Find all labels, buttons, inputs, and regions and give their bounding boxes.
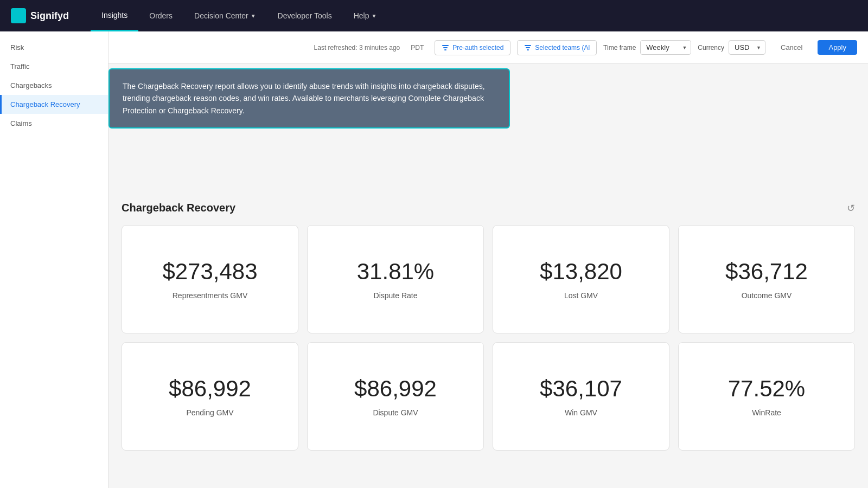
metrics-row-1: $273,483 Representments GMV 31.81% Dispu… (122, 225, 855, 333)
logo[interactable]: Signifyd (11, 8, 69, 23)
nav-insights-label: Insights (101, 11, 127, 20)
metric-value-lost-gmv: $13,820 (540, 259, 622, 285)
chevron-down-icon: ▼ (372, 13, 377, 19)
nav-developer-label: Developer Tools (278, 11, 332, 20)
timezone-badge: PDT (411, 44, 424, 52)
time-frame-select-wrapper: Weekly Daily Monthly Quarterly (640, 40, 691, 55)
metrics-row-2: $86,992 Pending GMV $86,992 Dispute GMV … (122, 342, 855, 451)
apply-button[interactable]: Apply (818, 40, 857, 55)
section-title: Chargeback Recovery (122, 202, 235, 214)
section-header: Chargeback Recovery ↺ (122, 202, 855, 214)
metric-card-outcome-gmv: $36,712 Outcome GMV (678, 225, 855, 333)
metric-value-outcome-gmv: $36,712 (725, 259, 808, 285)
svg-rect-1 (443, 47, 448, 48)
metric-card-pending-gmv: $86,992 Pending GMV (122, 342, 298, 451)
teams-button[interactable]: Selected teams (Al (517, 40, 597, 55)
metric-card-representments: $273,483 Representments GMV (122, 225, 298, 333)
sidebar: Risk Traffic Chargebacks Chargeback Reco… (0, 31, 108, 488)
cancel-button[interactable]: Cancel (772, 40, 811, 55)
metric-value-representments: $273,483 (162, 259, 257, 285)
svg-rect-0 (442, 45, 449, 46)
time-frame-label: Time frame (603, 44, 636, 52)
metric-card-winrate: 77.52% WinRate (678, 342, 855, 451)
metric-value-winrate: 77.52% (728, 376, 805, 402)
nav-orders-label: Orders (149, 11, 173, 20)
metric-value-dispute-gmv: $86,992 (354, 376, 437, 402)
content-area: The Chargeback Recovery report allows yo… (108, 64, 868, 472)
sidebar-item-traffic[interactable]: Traffic (0, 57, 108, 76)
pre-auth-label: Pre-auth selected (452, 44, 503, 52)
nav-item-developer-tools[interactable]: Developer Tools (267, 0, 343, 31)
nav-item-orders[interactable]: Orders (138, 0, 183, 31)
teams-icon (524, 44, 532, 52)
metric-label-dispute-rate: Dispute Rate (374, 291, 418, 300)
time-frame-select[interactable]: Weekly Daily Monthly Quarterly (640, 40, 691, 55)
currency-group: Currency USD EUR GBP CAD (698, 40, 765, 55)
nav-item-help[interactable]: Help ▼ (343, 0, 388, 31)
refresh-icon[interactable]: ↺ (847, 202, 855, 214)
top-navigation: Signifyd Insights Orders Decision Center… (0, 0, 868, 31)
metric-label-outcome-gmv: Outcome GMV (742, 291, 792, 300)
metric-label-lost-gmv: Lost GMV (564, 291, 598, 300)
logo-icon (11, 8, 26, 23)
chevron-down-icon: ▼ (251, 13, 256, 19)
metric-value-win-gmv: $36,107 (540, 376, 622, 402)
metric-label-representments: Representments GMV (173, 291, 248, 300)
sidebar-item-chargebacks[interactable]: Chargebacks (0, 76, 108, 95)
metric-label-pending-gmv: Pending GMV (186, 408, 233, 417)
sidebar-item-claims[interactable]: Claims (0, 114, 108, 133)
metric-value-pending-gmv: $86,992 (169, 376, 251, 402)
metric-label-dispute-gmv: Dispute GMV (373, 408, 418, 417)
tooltip-text: The Chargeback Recovery report allows yo… (123, 82, 485, 115)
pre-auth-button[interactable]: Pre-auth selected (435, 40, 510, 55)
nav-decision-label: Decision Center (194, 11, 248, 20)
metric-label-winrate: WinRate (752, 408, 781, 417)
info-tooltip: The Chargeback Recovery report allows yo… (108, 68, 510, 129)
svg-rect-4 (526, 47, 530, 48)
svg-rect-5 (527, 49, 529, 50)
nav-items: Insights Orders Decision Center ▼ Develo… (91, 0, 868, 31)
page-layout: Risk Traffic Chargebacks Chargeback Reco… (0, 31, 868, 488)
teams-label: Selected teams (Al (535, 44, 590, 52)
metric-card-dispute-gmv: $86,992 Dispute GMV (307, 342, 484, 451)
nav-item-decision-center[interactable]: Decision Center ▼ (183, 0, 267, 31)
nav-help-label: Help (354, 11, 369, 20)
currency-select[interactable]: USD EUR GBP CAD (729, 40, 765, 55)
section-wrapper: Chargeback Recovery ↺ $273,483 Represent… (122, 202, 855, 451)
logo-text: Signifyd (30, 10, 69, 22)
nav-item-insights[interactable]: Insights (91, 0, 138, 31)
main-content: Last refreshed: 3 minutes ago PDT Pre-au… (108, 31, 868, 488)
sidebar-item-risk[interactable]: Risk (0, 38, 108, 57)
metric-value-dispute-rate: 31.81% (357, 259, 434, 285)
metric-card-lost-gmv: $13,820 Lost GMV (493, 225, 669, 333)
svg-rect-3 (525, 45, 531, 46)
metric-label-win-gmv: Win GMV (565, 408, 597, 417)
filter-icon (442, 44, 449, 52)
currency-label: Currency (698, 44, 724, 52)
metric-card-dispute-rate: 31.81% Dispute Rate (307, 225, 484, 333)
last-refreshed: Last refreshed: 3 minutes ago (314, 44, 400, 52)
sidebar-item-chargeback-recovery[interactable]: Chargeback Recovery (0, 95, 108, 114)
svg-rect-2 (444, 49, 446, 50)
metric-card-win-gmv: $36,107 Win GMV (493, 342, 669, 451)
time-frame-group: Time frame Weekly Daily Monthly Quarterl… (603, 40, 691, 55)
filter-bar: Last refreshed: 3 minutes ago PDT Pre-au… (108, 31, 868, 64)
currency-select-wrapper: USD EUR GBP CAD (729, 40, 765, 55)
